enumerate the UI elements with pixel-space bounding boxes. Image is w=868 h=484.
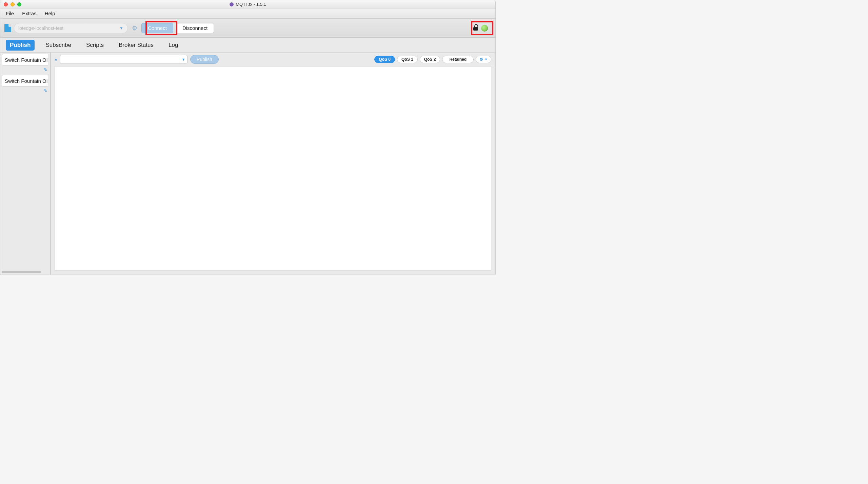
publish-panel: » ▼ Publish QoS 0 QoS 1 QoS 2 Retained ⚙… — [51, 53, 495, 275]
publish-button[interactable]: Publish — [190, 55, 219, 64]
connect-button[interactable]: Connect — [141, 23, 173, 33]
qos-1-pill[interactable]: QoS 1 — [397, 56, 418, 63]
menubar: File Extras Help — [0, 8, 495, 19]
gears-icon: ⚙ — [479, 57, 483, 62]
titlebar: MQTT.fx - 1.5.1 — [0, 0, 495, 8]
app-window: MQTT.fx - 1.5.1 File Extras Help iotedge… — [0, 0, 496, 275]
history-item-edit-row: ✎ — [0, 88, 50, 95]
qos-2-pill[interactable]: QoS 2 — [420, 56, 440, 63]
connect-button-label: Connect — [148, 25, 167, 31]
window-title-wrap: MQTT.fx - 1.5.1 — [0, 2, 495, 7]
connection-status-indicator — [481, 25, 488, 32]
chevron-down-icon: ▼ — [119, 26, 123, 31]
collapse-sidebar-icon[interactable]: » — [55, 57, 57, 62]
disconnect-button-label: Disconnect — [182, 25, 208, 31]
connection-profile-placeholder: iotedge-localhost-test — [18, 25, 63, 31]
tab-broker-status[interactable]: Broker Status — [115, 40, 158, 51]
disconnect-button[interactable]: Disconnect — [176, 23, 214, 33]
connection-bar: iotedge-localhost-test ▼ ⚙ Connect Disco… — [0, 19, 495, 38]
menu-file[interactable]: File — [6, 11, 14, 16]
chevron-down-icon: ▼ — [485, 58, 488, 61]
qos-0-pill[interactable]: QoS 0 — [374, 56, 395, 63]
menu-help[interactable]: Help — [45, 11, 55, 16]
unlock-icon — [473, 26, 478, 31]
publish-history-sidebar: Switch Fountain OI ✎ Switch Fountain OI … — [0, 53, 51, 275]
history-item[interactable]: Switch Fountain OI — [2, 54, 49, 66]
app-icon — [230, 2, 234, 6]
edit-icon[interactable]: ✎ — [43, 88, 47, 93]
tab-scripts[interactable]: Scripts — [82, 40, 108, 51]
window-title: MQTT.fx - 1.5.1 — [236, 2, 266, 7]
gear-icon[interactable]: ⚙ — [132, 24, 137, 32]
publish-options: QoS 0 QoS 1 QoS 2 Retained ⚙ ▼ — [374, 56, 491, 63]
publish-toolbar: » ▼ Publish QoS 0 QoS 1 QoS 2 Retained ⚙… — [51, 53, 495, 66]
publish-button-label: Publish — [197, 57, 212, 62]
tab-log[interactable]: Log — [164, 40, 182, 51]
topic-dropdown-toggle[interactable]: ▼ — [180, 55, 187, 63]
history-item-label: Switch Fountain OI — [5, 78, 48, 84]
topic-input[interactable]: ▼ — [60, 55, 188, 64]
tabbar: Publish Subscribe Scripts Broker Status … — [0, 38, 495, 53]
tab-publish[interactable]: Publish — [6, 40, 35, 51]
connection-status-area — [473, 25, 491, 32]
menu-extras[interactable]: Extras — [22, 11, 37, 16]
edit-icon[interactable]: ✎ — [43, 67, 47, 72]
profile-file-icon[interactable] — [4, 24, 11, 32]
publish-settings-button[interactable]: ⚙ ▼ — [476, 56, 491, 63]
history-item-label: Switch Fountain OI — [5, 57, 48, 63]
main-area: Switch Fountain OI ✎ Switch Fountain OI … — [0, 53, 495, 275]
payload-textarea[interactable] — [55, 66, 491, 271]
connection-profile-select[interactable]: iotedge-localhost-test ▼ — [14, 23, 128, 33]
tab-subscribe[interactable]: Subscribe — [41, 40, 75, 51]
sidebar-horizontal-scrollbar[interactable] — [2, 271, 41, 273]
history-item[interactable]: Switch Fountain OI — [2, 75, 49, 87]
history-item-edit-row: ✎ — [0, 67, 50, 74]
retained-toggle[interactable]: Retained — [442, 56, 474, 63]
